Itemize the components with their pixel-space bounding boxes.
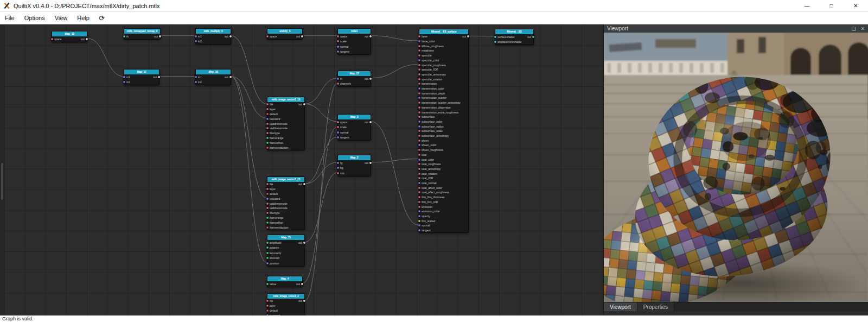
input-port[interactable]: [418, 59, 420, 61]
output-port[interactable]: [159, 35, 161, 37]
menu-item-options[interactable]: Options: [20, 12, 50, 24]
graph-node[interactable]: Mineral__SS_surfacebaseoutbase_colordiff…: [419, 29, 469, 233]
node-title[interactable]: Map_17: [124, 70, 159, 74]
input-port[interactable]: [337, 162, 339, 164]
input-port[interactable]: [418, 140, 420, 142]
input-port[interactable]: [418, 40, 420, 42]
output-port[interactable]: [369, 162, 372, 164]
input-port[interactable]: [266, 198, 269, 200]
input-port[interactable]: [123, 76, 125, 78]
graph-node[interactable]: Map_16in1outin2: [195, 69, 231, 85]
node-title[interactable]: unitsfy_4: [267, 29, 302, 34]
input-port[interactable]: [418, 168, 420, 170]
close-button[interactable]: ✕: [844, 0, 868, 11]
input-port[interactable]: [418, 130, 420, 132]
input-port[interactable]: [195, 81, 197, 83]
input-port[interactable]: [494, 36, 496, 38]
input-port[interactable]: [418, 97, 420, 99]
output-port[interactable]: [229, 76, 232, 78]
input-port[interactable]: [266, 247, 269, 249]
node-title[interactable]: Map_13: [52, 31, 87, 36]
viewport-3d-render[interactable]: [604, 33, 868, 302]
input-port[interactable]: [195, 35, 197, 37]
input-port[interactable]: [418, 224, 420, 226]
graph-node[interactable]: Map_17in1outin2: [124, 69, 159, 85]
float-panel-icon[interactable]: ❏: [851, 26, 856, 31]
input-port[interactable]: [266, 226, 269, 229]
input-port[interactable]: [418, 111, 420, 113]
node-title[interactable]: Mineral__SS_surface: [419, 29, 468, 34]
graph-node[interactable]: Mineral__SSsurfaceshaderoutdisplacements…: [495, 29, 534, 45]
input-port[interactable]: [266, 262, 269, 264]
input-port[interactable]: [266, 127, 269, 129]
input-port[interactable]: [337, 121, 339, 123]
input-port[interactable]: [266, 137, 269, 139]
input-port[interactable]: [337, 167, 339, 169]
input-port[interactable]: [418, 45, 420, 47]
input-port[interactable]: [266, 300, 269, 302]
input-port[interactable]: [418, 163, 420, 165]
node-title[interactable]: mtlb_multiply_0: [196, 29, 231, 34]
node-title[interactable]: mtlb_image_vector3_16: [267, 97, 304, 102]
input-port[interactable]: [418, 54, 420, 56]
input-port[interactable]: [418, 206, 420, 208]
tab-properties[interactable]: Properties: [637, 302, 675, 311]
input-port[interactable]: [266, 203, 269, 205]
input-port[interactable]: [266, 314, 269, 315]
node-title[interactable]: mtlx_image_color3_2: [267, 294, 304, 299]
refresh-icon[interactable]: ⟳: [99, 14, 105, 22]
output-port[interactable]: [303, 242, 305, 244]
input-port[interactable]: [266, 103, 269, 105]
input-port[interactable]: [195, 40, 197, 42]
node-graph-canvas[interactable]: Map_13spaceoutmtlb_remapped_remap_0inout…: [4, 24, 603, 315]
input-port[interactable]: [418, 229, 420, 231]
input-port[interactable]: [266, 188, 269, 190]
input-port[interactable]: [418, 73, 420, 75]
tab-viewport[interactable]: Viewport: [604, 302, 637, 311]
input-port[interactable]: [266, 305, 269, 307]
input-port[interactable]: [337, 78, 339, 80]
input-port[interactable]: [337, 83, 339, 85]
node-title[interactable]: Map_22: [338, 71, 371, 76]
input-port[interactable]: [337, 46, 339, 48]
input-port[interactable]: [494, 41, 496, 43]
input-port[interactable]: [418, 68, 420, 71]
input-port[interactable]: [418, 125, 420, 128]
input-port[interactable]: [266, 207, 269, 209]
input-port[interactable]: [266, 113, 269, 115]
graph-scrollbar[interactable]: [0, 24, 4, 315]
graph-node[interactable]: Map_13spaceout: [52, 31, 87, 42]
close-panel-icon[interactable]: ✕: [860, 26, 865, 31]
graph-node[interactable]: mtlx1spaceoutscalenormaltangent: [337, 28, 371, 55]
input-port[interactable]: [266, 142, 269, 144]
scrollbar-thumb[interactable]: [1, 163, 3, 200]
input-port[interactable]: [123, 81, 125, 83]
node-title[interactable]: Map_2: [338, 155, 371, 160]
input-port[interactable]: [418, 154, 420, 156]
menu-item-help[interactable]: Help: [72, 12, 94, 24]
input-port[interactable]: [418, 102, 420, 104]
input-port[interactable]: [418, 116, 420, 118]
input-port[interactable]: [337, 131, 339, 134]
input-port[interactable]: [266, 212, 269, 214]
output-port[interactable]: [369, 121, 372, 123]
input-port[interactable]: [266, 183, 269, 185]
output-port[interactable]: [301, 35, 303, 37]
output-port[interactable]: [532, 36, 534, 38]
node-title[interactable]: Map_4: [267, 276, 302, 281]
input-port[interactable]: [418, 35, 420, 37]
menu-item-file[interactable]: File: [0, 12, 20, 24]
graph-node[interactable]: mtlb_image_vector3_16fileoutlayerdefault…: [267, 97, 305, 150]
node-title[interactable]: mtlb_image_vector3_15: [267, 177, 304, 182]
graph-node[interactable]: unitsfy_4spaceout: [267, 28, 303, 40]
input-port[interactable]: [418, 159, 420, 161]
input-port[interactable]: [418, 87, 420, 90]
input-port[interactable]: [418, 201, 420, 203]
input-port[interactable]: [123, 35, 125, 37]
input-port[interactable]: [266, 257, 269, 259]
input-port[interactable]: [266, 108, 269, 110]
input-port[interactable]: [418, 49, 420, 52]
input-port[interactable]: [418, 177, 420, 179]
node-title[interactable]: mtlb_remapped_remap_0: [124, 29, 160, 34]
input-port[interactable]: [418, 210, 420, 212]
